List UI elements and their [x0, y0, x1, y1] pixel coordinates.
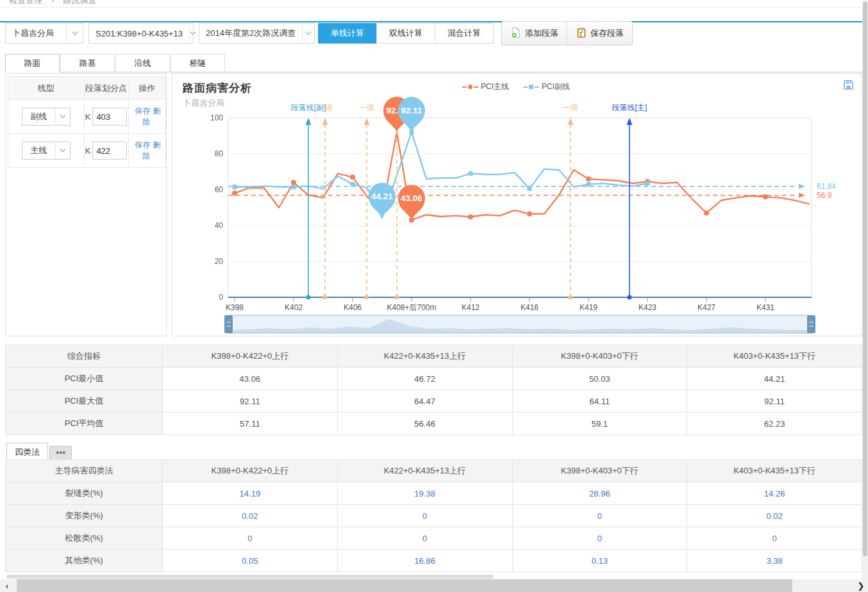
line-type-select[interactable]: 副线 — [22, 108, 71, 126]
disease-category-table: 主导病害四类法K398+0-K422+0上行K422+0-K435+13上行K3… — [5, 459, 862, 572]
vertical-scrollbar[interactable] — [862, 0, 868, 579]
horizontal-scrollbar-thumb[interactable] — [17, 579, 792, 592]
row-label-cell: PCI最小值 — [6, 368, 163, 390]
select-value: 主线 — [22, 142, 55, 159]
row-label-cell: PCI最大值 — [6, 390, 163, 413]
marker-arrow-icon — [322, 118, 328, 125]
data-point[interactable] — [468, 215, 473, 220]
datazoom-right-handle[interactable] — [807, 315, 815, 333]
action-button-0[interactable]: 添加段落 — [502, 22, 567, 45]
x-axis-tick-label: K416 — [521, 303, 538, 312]
save-link[interactable]: 保存 — [135, 106, 150, 115]
chevron-down-icon — [66, 24, 83, 43]
value-cell: 0 — [512, 505, 687, 527]
toolbar-select-0[interactable]: 卜昌吉分局 — [5, 23, 83, 44]
data-point[interactable] — [291, 180, 296, 185]
data-point[interactable] — [587, 182, 591, 186]
calc-button-2[interactable]: 混合计算 — [435, 23, 494, 44]
breadcrumb-item[interactable]: 路况调查 — [63, 0, 96, 6]
nav-active-underline — [0, 21, 868, 22]
vertical-scrollbar-thumb[interactable] — [863, 2, 867, 556]
chevron-down-icon — [55, 142, 70, 159]
legend-square-marker-icon — [523, 85, 539, 89]
data-point[interactable] — [527, 211, 532, 217]
action-button-label: 保存段落 — [590, 28, 624, 39]
data-point[interactable] — [232, 191, 237, 196]
data-point[interactable] — [350, 174, 355, 179]
table-row: 裂缝类(%)14.1919.3828.9614.26 — [6, 482, 862, 505]
tab-桥隧[interactable]: 桥隧 — [171, 54, 225, 72]
divide-point-input[interactable] — [92, 142, 127, 160]
data-point[interactable] — [704, 210, 709, 215]
breadcrumb-items: 检查管理›路况调查 — [9, 0, 96, 6]
average-line-arrow-icon — [799, 184, 805, 189]
data-point[interactable] — [233, 185, 237, 189]
series-line-PCI主线 — [235, 132, 810, 220]
value-cell: 14.26 — [687, 482, 862, 505]
value-cell: 62.23 — [687, 413, 862, 435]
x-axis-tick-label: K427 — [697, 303, 715, 312]
horizontal-scrollbar[interactable]: ‹ ❯ — [0, 579, 868, 592]
value-cell: 57.11 — [163, 413, 338, 435]
segment-table-header-row: 线型段落划分点操作 — [8, 77, 166, 100]
divide-point-cell: K — [84, 100, 128, 134]
breadcrumb-separator: › — [51, 0, 54, 6]
save-link[interactable]: 保存 — [135, 140, 150, 149]
data-point[interactable] — [292, 185, 296, 189]
x-axis-tick-label: K419 — [580, 303, 597, 312]
content-tabs: 路面路基沿线桥隧 — [5, 54, 862, 72]
value-cell: 3.38 — [687, 550, 862, 572]
calc-button-1[interactable]: 双线计算 — [376, 23, 435, 44]
value-cell: 0.02 — [163, 505, 338, 527]
table-header-cell: K422+0-K435+13上行 — [337, 345, 512, 368]
table-row: PCI最大值92.1164.4764.1192.11 — [6, 390, 862, 413]
x-axis-tick-label: K402 — [285, 303, 303, 312]
plot-border — [228, 118, 812, 297]
data-point[interactable] — [586, 176, 591, 181]
value-cell: 28.96 — [512, 482, 687, 505]
tab-路基[interactable]: 路基 — [60, 54, 115, 72]
divide-point-cell: K — [84, 134, 128, 168]
value-cell: 59.1 — [512, 413, 687, 435]
average-line-arrow-icon — [799, 193, 805, 198]
marker-arrow-icon — [306, 118, 312, 125]
legend-item-PCI主线[interactable]: PCI主线 — [462, 81, 509, 92]
x-axis-tick-label: K423 — [638, 303, 656, 312]
km-prefix-label: K — [85, 146, 91, 156]
segment-table-row: 主线K保存删除 — [8, 134, 166, 168]
chart-title: 路面病害分析 — [183, 81, 252, 95]
row-label-cell: 裂缝类(%) — [6, 482, 163, 505]
tab-路面[interactable]: 路面 — [5, 54, 60, 72]
scroll-left-arrow-icon[interactable]: ‹ — [0, 579, 14, 592]
divide-point-input[interactable] — [92, 108, 127, 126]
balloon-value-label: 43.06 — [401, 193, 422, 203]
row-label-cell: 其他类(%) — [6, 550, 163, 572]
data-point[interactable] — [646, 181, 650, 186]
chevron-down-icon — [55, 108, 70, 125]
toolbar-select-1[interactable]: S201:K398+0-K435+13 — [88, 23, 194, 44]
legend-item-PCI副线[interactable]: PCI副线 — [523, 81, 570, 92]
datazoom-left-handle[interactable] — [224, 315, 233, 333]
data-point[interactable] — [351, 182, 355, 186]
marker-arrow-icon — [626, 118, 632, 125]
calc-button-0[interactable]: 单线计算 — [318, 23, 377, 44]
action-button-1[interactable]: 保存段落 — [567, 22, 632, 45]
table-horizontal-scrollbar-thumb[interactable] — [6, 575, 494, 579]
line-type-select[interactable]: 主线 — [22, 142, 71, 160]
select-value: 卜昌吉分局 — [6, 24, 66, 43]
toolbar-select-2[interactable]: 2014年度第2次路况调查 — [199, 23, 315, 44]
breadcrumb-item[interactable]: 检查管理 — [9, 0, 42, 6]
table-header-row: 主导病害四类法K398+0-K422+0上行K422+0-K435+13上行K3… — [6, 460, 862, 482]
data-point[interactable] — [763, 194, 768, 199]
segment-table-header: 操作 — [128, 77, 165, 100]
data-point[interactable] — [469, 171, 473, 176]
tab-沿线[interactable]: 沿线 — [115, 54, 170, 72]
add-paragraph-icon — [510, 27, 522, 40]
line-type-cell: 副线 — [8, 100, 85, 134]
value-cell: 0.05 — [163, 550, 338, 572]
select-value: 副线 — [22, 108, 55, 125]
scroll-right-arrow-icon[interactable]: ❯ — [854, 579, 868, 592]
value-cell: 50.03 — [512, 368, 687, 390]
save-as-image-icon[interactable] — [843, 79, 854, 92]
data-point[interactable] — [528, 186, 532, 191]
